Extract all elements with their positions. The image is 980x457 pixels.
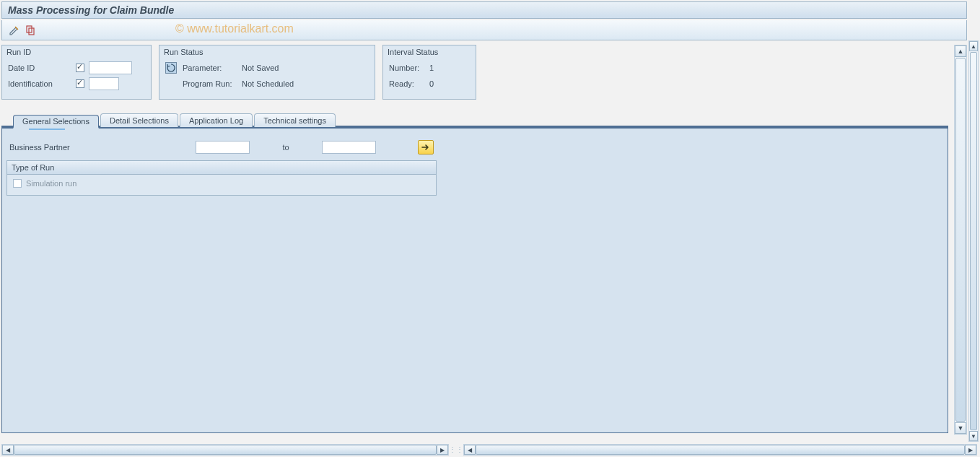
outer-scroll-down-button[interactable]: [969, 431, 978, 441]
outer-scroll-up-button[interactable]: [969, 41, 978, 51]
work-area: Run ID Date ID Identification Run Status…: [1, 45, 967, 433]
runstatus-group: Run Status Parameter: Not Saved Program …: [159, 45, 375, 100]
app-toolbar: © www.tutorialkart.com: [1, 20, 967, 40]
tab-technical-settings[interactable]: Technical settings: [254, 113, 336, 127]
runid-legend: Run ID: [6, 48, 31, 56]
hscroll2-thumb[interactable]: [476, 445, 965, 455]
tab-general-selections[interactable]: General Selections: [13, 115, 99, 129]
parameter-label: Parameter:: [183, 64, 239, 72]
type-of-run-group: Type of Run Simulation run: [6, 160, 437, 196]
title-bar: Mass Processing for Claim Bundle: [1, 1, 967, 19]
copy-icon[interactable]: [24, 24, 37, 37]
tab-body-general: Business Partner to Type of Run Simulati…: [1, 127, 948, 433]
outer-scroll-thumb[interactable]: [970, 52, 977, 430]
number-label: Number:: [389, 64, 426, 72]
outer-vertical-scrollbar[interactable]: [968, 40, 979, 442]
scroll-down-button[interactable]: [955, 422, 966, 434]
ready-value: 0: [429, 79, 434, 88]
type-of-run-legend: Type of Run: [7, 161, 436, 175]
date-id-required-icon: [76, 64, 84, 72]
date-id-label: Date ID: [8, 64, 73, 72]
business-partner-to-input[interactable]: [322, 141, 376, 154]
interval-group: Interval Status Number: 1 Ready: 0: [382, 45, 476, 100]
multiple-selection-button[interactable]: [418, 140, 434, 154]
runstatus-legend: Run Status: [164, 48, 203, 56]
scroll-up-button[interactable]: [955, 45, 966, 57]
tabstrip: General Selections Detail Selections App…: [13, 113, 948, 127]
active-tab-indicator: [29, 129, 65, 130]
page-title: Mass Processing for Claim Bundle: [8, 4, 174, 16]
edit-icon[interactable]: [8, 24, 21, 37]
hscroll-right-button[interactable]: [437, 445, 448, 455]
identification-required-icon: [76, 79, 84, 88]
identification-label: Identification: [8, 79, 73, 88]
left-horizontal-scrollbar[interactable]: [1, 444, 449, 456]
workarea-vertical-scrollbar[interactable]: [954, 45, 967, 435]
number-value: 1: [429, 64, 434, 72]
hscroll2-left-button[interactable]: [464, 445, 476, 455]
simulation-run-checkbox[interactable]: [13, 179, 22, 188]
scroll-thumb[interactable]: [955, 58, 966, 422]
business-partner-from-input[interactable]: [196, 141, 250, 154]
tab-application-log[interactable]: Application Log: [180, 113, 253, 127]
hscroll-left-button[interactable]: [2, 445, 14, 455]
parameter-value: Not Saved: [242, 64, 279, 72]
to-label: to: [255, 143, 316, 152]
right-horizontal-scrollbar[interactable]: [463, 444, 977, 456]
runid-group: Run ID Date ID Identification: [1, 45, 152, 100]
simulation-run-label: Simulation run: [26, 179, 76, 188]
header-groups: Run ID Date ID Identification Run Status…: [1, 45, 967, 100]
status-refresh-icon[interactable]: [165, 62, 177, 74]
hscroll-left-thumb[interactable]: [14, 445, 437, 455]
programrun-label: Program Run:: [183, 79, 239, 88]
splitter-grip-icon[interactable]: ⋮⋮: [450, 444, 462, 454]
identification-input[interactable]: [89, 77, 119, 90]
date-id-input[interactable]: [89, 61, 132, 74]
watermark-text: © www.tutorialkart.com: [175, 22, 294, 35]
interval-legend: Interval Status: [388, 48, 438, 56]
programrun-value: Not Scheduled: [242, 79, 294, 88]
ready-label: Ready:: [389, 79, 426, 88]
tab-container: General Selections Detail Selections App…: [1, 113, 948, 433]
business-partner-label: Business Partner: [6, 143, 190, 152]
hscroll2-right-button[interactable]: [965, 445, 976, 455]
bottom-scrollbar-row: ⋮⋮: [1, 444, 977, 456]
tab-detail-selections[interactable]: Detail Selections: [100, 113, 178, 127]
